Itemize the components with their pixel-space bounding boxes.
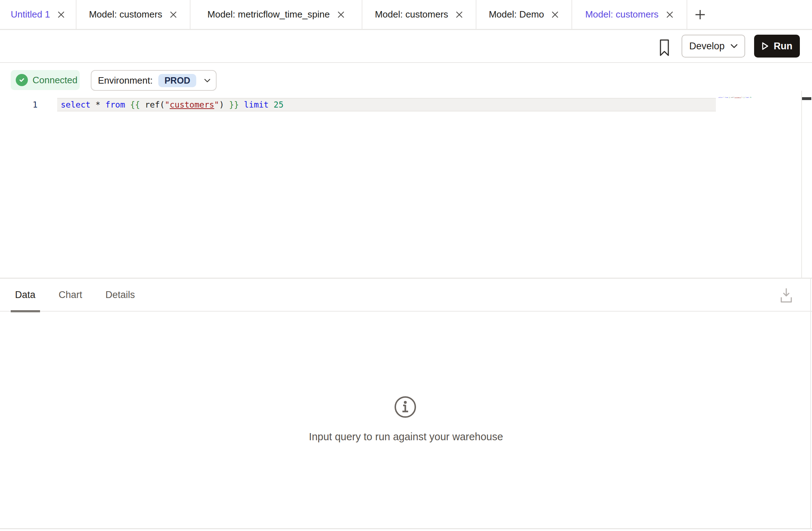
connected-label: Connected bbox=[33, 75, 78, 86]
code-token: ) bbox=[219, 100, 229, 109]
active-results-tab-underline bbox=[11, 310, 40, 312]
environment-selector[interactable]: Environment: PROD bbox=[91, 70, 217, 91]
tab-bar-tabs: Untitled 1Model: customersModel: metricf… bbox=[0, 0, 687, 29]
play-icon bbox=[762, 42, 769, 50]
editor-minimap[interactable]: select * from {{ ref("customers") }} lim… bbox=[718, 97, 751, 98]
code-token bbox=[90, 100, 95, 109]
code-token: * bbox=[95, 100, 100, 109]
tab-close-icon[interactable] bbox=[551, 11, 559, 19]
code-token: ref( bbox=[140, 100, 165, 109]
code-token: select bbox=[718, 97, 723, 98]
line-number: 1 bbox=[21, 98, 38, 111]
develop-label: Develop bbox=[689, 41, 724, 52]
plus-icon bbox=[695, 9, 705, 20]
new-tab-button[interactable] bbox=[687, 0, 713, 29]
connection-status-badge: Connected bbox=[11, 70, 80, 90]
code-token: customers bbox=[170, 100, 214, 109]
tab-bar: Untitled 1Model: customersModel: metricf… bbox=[0, 0, 812, 30]
tab[interactable]: Model: customers bbox=[362, 0, 476, 29]
code-token: from bbox=[105, 100, 125, 109]
code-token: " bbox=[214, 100, 219, 109]
code-token: select bbox=[61, 100, 90, 109]
code-token: limit bbox=[746, 97, 749, 98]
tab-close-icon[interactable] bbox=[337, 11, 345, 19]
code-token: {{ bbox=[130, 100, 140, 109]
tab[interactable]: Model: customers bbox=[76, 0, 190, 29]
tab-label: Model: Demo bbox=[489, 9, 544, 20]
chevron-down-icon bbox=[204, 79, 211, 83]
results-tab-details[interactable]: Details bbox=[101, 279, 139, 311]
bookmark-icon[interactable] bbox=[659, 39, 669, 56]
chevron-down-icon bbox=[731, 44, 738, 48]
results-tab-chart[interactable]: Chart bbox=[54, 279, 86, 311]
tab[interactable]: Untitled 1 bbox=[0, 0, 76, 29]
tab[interactable]: Model: customers bbox=[572, 0, 687, 29]
code-token: customers bbox=[734, 97, 741, 98]
tab-close-icon[interactable] bbox=[57, 11, 65, 19]
tab-label: Model: metricflow_time_spine bbox=[207, 9, 330, 20]
check-circle-icon bbox=[16, 74, 28, 86]
run-button[interactable]: Run bbox=[754, 35, 800, 58]
results-tab-data[interactable]: Data bbox=[11, 279, 40, 311]
code-token bbox=[239, 100, 244, 109]
tab-close-icon[interactable] bbox=[666, 11, 674, 19]
develop-button[interactable]: Develop bbox=[682, 35, 745, 58]
code-token bbox=[269, 100, 274, 109]
environment-value-badge: PROD bbox=[158, 74, 196, 87]
overview-ruler-cursor-mark bbox=[802, 97, 811, 100]
tab-label: Model: customers bbox=[89, 9, 162, 20]
download-icon[interactable] bbox=[780, 287, 792, 303]
results-tab-bar: DataChartDetails bbox=[0, 279, 812, 312]
code-token: " bbox=[165, 100, 170, 109]
tab-close-icon[interactable] bbox=[455, 11, 463, 19]
tab-label: Model: customers bbox=[375, 9, 448, 20]
code-token: 25 bbox=[274, 100, 284, 109]
tab-label: Model: customers bbox=[585, 9, 658, 20]
panel-right-border bbox=[810, 279, 811, 528]
code-token bbox=[100, 100, 105, 109]
code-token bbox=[125, 100, 130, 109]
scrollbar-ruler-divider bbox=[801, 91, 802, 278]
tab[interactable]: Model: Demo bbox=[476, 0, 572, 29]
code-token: }} bbox=[229, 100, 239, 109]
code-line[interactable]: select * from {{ ref("customers") }} lim… bbox=[61, 98, 283, 111]
tab[interactable]: Model: metricflow_time_spine bbox=[190, 0, 362, 29]
code-token: ref( bbox=[730, 97, 734, 98]
info-icon bbox=[394, 396, 417, 418]
environment-label: Environment: bbox=[98, 75, 153, 86]
code-token: 25 bbox=[750, 97, 751, 98]
empty-state-message: Input query to run against your warehous… bbox=[0, 431, 812, 443]
run-label: Run bbox=[774, 41, 792, 52]
tab-label: Untitled 1 bbox=[11, 9, 50, 20]
tab-close-icon[interactable] bbox=[169, 11, 177, 19]
bottom-border bbox=[0, 528, 812, 529]
code-token: limit bbox=[244, 100, 268, 109]
code-token: from bbox=[725, 97, 728, 98]
